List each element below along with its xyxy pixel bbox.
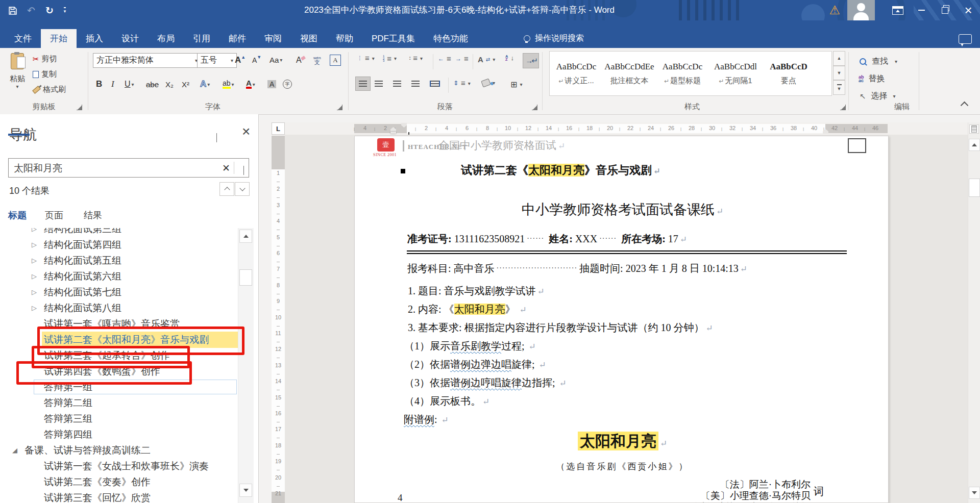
expand-triangle-icon[interactable]: ▷ [32, 288, 44, 296]
text-effects-button[interactable]: A▾ [200, 77, 210, 91]
gallery-down-icon[interactable]: ▼ [833, 66, 845, 81]
nav-pane-chevron-icon[interactable] [216, 134, 217, 143]
account-avatar[interactable] [847, 0, 875, 20]
align-right-button[interactable] [393, 81, 401, 87]
next-result-button[interactable] [235, 182, 250, 196]
nav-item[interactable]: 试讲第二套《变奏》创作 [0, 474, 238, 490]
search-options-chevron-icon[interactable] [243, 166, 244, 175]
close-button[interactable]: × [957, 0, 980, 20]
align-center-button[interactable] [375, 81, 383, 87]
style-card[interactable]: AaBbCcDdEe批注框文本 [603, 52, 656, 95]
paste-button[interactable]: 粘贴 ▾ [5, 51, 30, 100]
style-card[interactable]: AaBbCcDdl↵无间隔1 [709, 52, 762, 95]
ribbon-tab-帮助[interactable]: 帮助 [327, 29, 362, 48]
styles-dialog-launcher-icon[interactable] [840, 105, 846, 110]
document-scrollbar[interactable] [968, 122, 980, 503]
ribbon-tab-特色功能[interactable]: 特色功能 [424, 29, 477, 48]
subscript-button[interactable]: X₂ [165, 77, 174, 91]
tell-me-search[interactable]: 操作说明搜索 [524, 29, 584, 48]
scroll-down-icon[interactable] [239, 484, 252, 497]
gallery-up-icon[interactable]: ▲ [833, 51, 845, 66]
nav-tab-页面[interactable]: 页面 [45, 209, 63, 221]
nav-tab-标题[interactable]: 标题 [8, 209, 27, 221]
sort-button[interactable]: AZ↓ [505, 54, 514, 62]
line-spacing-button[interactable]: ⇕≡▾ [453, 80, 471, 87]
comments-icon[interactable] [959, 34, 972, 44]
underline-button[interactable]: U▾ [125, 77, 134, 91]
nav-item[interactable]: ◢备课、试讲与答辩拔高训练二 [0, 442, 238, 458]
nav-item[interactable]: 答辩第二组 [0, 395, 238, 411]
increase-indent-button[interactable]: →≡ [455, 55, 469, 62]
shrink-font-button[interactable]: A▼ [252, 53, 261, 67]
cut-button[interactable]: ✂剪切 [33, 54, 57, 64]
character-shading-button[interactable]: A [267, 77, 276, 91]
save-icon[interactable] [8, 6, 17, 15]
ribbon-tab-布局[interactable]: 布局 [148, 29, 184, 48]
nav-pane-close-icon[interactable]: × [242, 123, 250, 140]
nav-tab-结果[interactable]: 结果 [84, 209, 102, 221]
minimize-button[interactable] [910, 0, 933, 20]
replace-button[interactable]: abac替换 [859, 73, 885, 84]
numbering-button[interactable]: 123≡▾ [383, 55, 397, 62]
expand-triangle-icon[interactable]: ▷ [32, 228, 44, 233]
previous-result-button[interactable] [219, 182, 234, 196]
expand-triangle-icon[interactable]: ▷ [32, 304, 44, 312]
collapse-triangle-icon[interactable]: ◢ [12, 446, 24, 454]
nav-item[interactable]: ▷结构化面试第三组 [0, 228, 238, 237]
align-left-button[interactable] [355, 77, 371, 91]
enclose-characters-button[interactable]: 字 [283, 77, 292, 91]
shading-button[interactable]: ▾ [482, 80, 495, 86]
asian-layout-button[interactable]: A⇄▾ [478, 55, 495, 64]
font-dialog-launcher-icon[interactable] [337, 105, 342, 110]
bold-button[interactable]: B [96, 77, 102, 91]
font-color-button[interactable]: A▾ [246, 77, 255, 91]
change-case-button[interactable]: Aa▾ [270, 53, 282, 67]
ribbon-tab-文件[interactable]: 文件 [5, 29, 41, 48]
ribbon-tab-邮件[interactable]: 邮件 [219, 29, 255, 48]
tab-stop-selector[interactable]: L [272, 122, 285, 135]
search-input[interactable] [13, 159, 214, 178]
undo-icon[interactable]: ↶ [27, 5, 35, 16]
justify-button[interactable] [411, 81, 420, 87]
nav-item[interactable]: ▷结构化面试第六组 [0, 268, 238, 284]
phonetic-guide-button[interactable]: wén文 [313, 53, 321, 67]
ruler-toggle-button[interactable] [969, 124, 979, 134]
find-button[interactable]: 查找▾ [860, 56, 897, 67]
collapse-ribbon-icon[interactable] [961, 102, 969, 110]
redo-icon[interactable]: ↻ [45, 5, 54, 16]
nav-item[interactable]: ▷结构化面试第七组 [0, 284, 238, 300]
nav-item[interactable]: 试讲第三套《回忆》欣赏 [0, 490, 238, 503]
multilevel-list-button[interactable]: ▪▪≡▾ [409, 55, 423, 61]
left-indent-marker[interactable] [390, 132, 396, 134]
style-card[interactable]: AaBbCcD要点 [762, 52, 815, 95]
ribbon-display-options-button[interactable] [886, 0, 910, 20]
copy-button[interactable]: 复制 [33, 69, 57, 79]
scroll-down-icon[interactable] [969, 487, 980, 499]
font-name-combo[interactable]: 方正中雅宋简体▾ [93, 53, 201, 68]
scroll-up-icon[interactable] [239, 230, 252, 243]
ribbon-tab-设计[interactable]: 设计 [112, 29, 148, 48]
nav-item[interactable]: 答辩第四组 [0, 426, 238, 442]
expand-triangle-icon[interactable]: ▷ [32, 257, 44, 264]
restore-button[interactable] [933, 0, 957, 20]
document-page[interactable]: 壹 SINCE 2001 HTEACHER.NET 全国中小学教师资格面试↵ 试… [354, 136, 889, 503]
superscript-button[interactable]: X² [182, 77, 189, 91]
highlight-button[interactable]: ab▾ [223, 77, 234, 91]
format-painter-button[interactable]: 格式刷 [33, 85, 66, 94]
ribbon-tab-开始[interactable]: 开始 [41, 29, 77, 48]
nav-item[interactable]: 答辩第三组 [0, 411, 238, 426]
expand-triangle-icon[interactable]: ▷ [32, 272, 44, 280]
strikethrough-button[interactable]: abe [146, 77, 159, 91]
clipboard-dialog-launcher-icon[interactable] [77, 105, 82, 110]
ribbon-tab-插入[interactable]: 插入 [77, 29, 112, 48]
paragraph-dialog-launcher-icon[interactable] [532, 105, 537, 110]
ribbon-tab-审阅[interactable]: 审阅 [255, 29, 291, 48]
ribbon-tab-引用[interactable]: 引用 [184, 29, 219, 48]
clear-search-icon[interactable]: ✕ [222, 162, 230, 174]
ribbon-tab-视图[interactable]: 视图 [291, 29, 327, 48]
customize-quick-access-icon[interactable]: ▾ [64, 7, 66, 14]
character-border-button[interactable]: A [330, 53, 341, 67]
warning-icon[interactable]: ⚠ [829, 0, 840, 20]
style-card[interactable]: AaBbCcDc↵题型标题 [656, 52, 709, 95]
font-size-combo[interactable]: 五号▾ [197, 53, 237, 68]
